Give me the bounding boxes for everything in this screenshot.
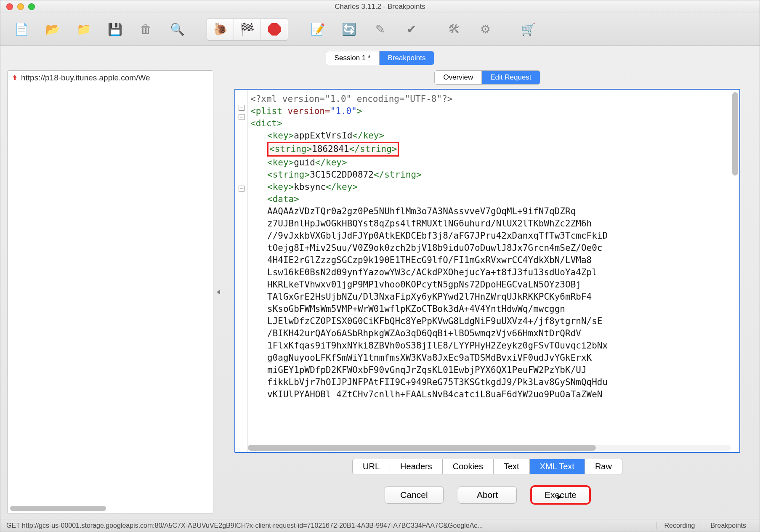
data-line: z7UJBnlHpJwOGkHBQYst8qZps4lfRMUXtlNG6uhu… bbox=[267, 218, 592, 229]
value-guid: 3C15C2DD0872 bbox=[310, 170, 374, 180]
tab-url[interactable]: URL bbox=[353, 459, 390, 474]
tab-headers[interactable]: Headers bbox=[390, 459, 442, 474]
request-view-tabs: Overview Edit Request bbox=[222, 70, 753, 85]
new-session-button[interactable]: 📄 bbox=[8, 18, 35, 41]
data-line: //9vJxkbVXGbljJdFJYp0AtkEKDCEbf3j8/aFG7J… bbox=[267, 231, 608, 241]
code-fold-gutter: − − − bbox=[235, 90, 248, 452]
breakpoint-actions: Cancel Abort Execute ➤ bbox=[222, 478, 753, 514]
data-line: sKsoGbFWMsWm5VMP+WrW01wflpKZoCTBok3dA+4V… bbox=[267, 304, 565, 314]
content-area: Overview Edit Request − − − <?xml versio… bbox=[222, 70, 753, 514]
main-toolbar: 📄 📂 📁 💾 🗑 🔍 🐌 🏁 📝 🔄 ✎ ✔ 🛠 ⚙ 🛒 bbox=[0, 13, 760, 46]
xml-editor[interactable]: − − − <?xml version="1.0" encoding="UTF-… bbox=[234, 89, 740, 453]
tab-overview[interactable]: Overview bbox=[435, 71, 481, 84]
settings-button[interactable]: ⚙ bbox=[472, 18, 499, 41]
data-line: 4H4IE2rGlZzzgSGCzp9k190E1THEcG9lfO/FI1mG… bbox=[267, 255, 592, 265]
editor-horizontal-scrollbar[interactable] bbox=[248, 445, 731, 451]
window-title: Charles 3.11.2 - Breakpoints bbox=[0, 3, 760, 11]
upload-icon bbox=[11, 74, 19, 82]
cursor-icon: ➤ bbox=[556, 492, 562, 502]
tab-xml-text[interactable]: XML Text bbox=[529, 459, 585, 474]
execute-button[interactable]: Execute ➤ bbox=[531, 486, 590, 504]
editor-vertical-scrollbar[interactable] bbox=[732, 92, 738, 440]
sidebar-scrollbar[interactable] bbox=[10, 506, 210, 511]
key-kbsync: kbsync bbox=[294, 182, 326, 192]
tab-cookies[interactable]: Cookies bbox=[442, 459, 493, 474]
request-list-item[interactable]: https://p18-buy.itunes.apple.com/We bbox=[8, 71, 213, 85]
data-line: LJElwDfzCZOPISX0G0CiKFbQHc8YePpKVwG8LdgN… bbox=[267, 316, 603, 326]
refresh-button[interactable]: 🔄 bbox=[335, 18, 362, 41]
session-tab-bar: Session 1 * Breakpoints bbox=[0, 46, 760, 69]
save-button[interactable]: 💾 bbox=[101, 18, 128, 41]
tab-edit-request[interactable]: Edit Request bbox=[481, 71, 539, 84]
status-recording: Recording bbox=[656, 522, 703, 529]
status-breakpoints: Breakpoints bbox=[703, 522, 754, 529]
body-view-tabs: URL Headers Cookies Text XML Text Raw bbox=[222, 453, 753, 478]
key-guid: guid bbox=[294, 157, 315, 168]
status-message: GET http://gcs-us-00001.storage.googleap… bbox=[6, 522, 656, 529]
status-bar: GET http://gcs-us-00001.storage.googleap… bbox=[0, 519, 760, 532]
flag-button[interactable]: 🏁 bbox=[234, 18, 261, 41]
throttle-button[interactable]: 🐌 bbox=[207, 18, 234, 41]
tab-session-1[interactable]: Session 1 * bbox=[326, 51, 379, 65]
fold-toggle[interactable]: − bbox=[239, 186, 244, 192]
data-line: fikkLbVjr7hOIJPJNFPAtFII9C+949ReG75T3KSG… bbox=[267, 377, 608, 387]
recording-group: 🐌 🏁 bbox=[207, 18, 288, 41]
trash-button[interactable]: 🗑 bbox=[133, 18, 159, 41]
fold-toggle[interactable]: − bbox=[239, 105, 244, 111]
data-line: Lsw16kE0BsN2d09ynfYazowYW3c/ACkdPXOhejuc… bbox=[267, 267, 597, 277]
data-line: tOejg8I+Miv2Suu/V0Z9ok0zch2bjV18b9iduO7o… bbox=[267, 243, 603, 253]
data-line: AAQAAzVDzTQr0a2gz0Pe5NUhflMm3o7A3NAssvve… bbox=[267, 206, 576, 216]
validate-button[interactable]: ✔ bbox=[398, 18, 425, 41]
window-titlebar: Charles 3.11.2 - Breakpoints bbox=[0, 0, 760, 13]
search-button[interactable]: 🔍 bbox=[164, 18, 191, 41]
tab-raw[interactable]: Raw bbox=[585, 459, 622, 474]
request-list-sidebar: https://p18-buy.itunes.apple.com/We bbox=[7, 70, 213, 514]
abort-button[interactable]: Abort bbox=[458, 486, 517, 504]
data-line: miGEY1pWDfpD2KFWOxbF90vGnqJrZqsKL01EwbjP… bbox=[267, 365, 587, 375]
cart-button[interactable]: 🛒 bbox=[515, 18, 542, 41]
close-folder-button[interactable]: 📁 bbox=[70, 18, 97, 41]
request-url: https://p18-buy.itunes.apple.com/We bbox=[21, 73, 150, 82]
data-line: /BIKH42urQAYo6ASbRhpkgWZAo3qD6QqBi+lBO5w… bbox=[267, 328, 581, 338]
tools-button[interactable]: 🛠 bbox=[441, 18, 468, 41]
stop-button[interactable] bbox=[261, 18, 288, 41]
data-line: TAlGxGrE2HsUjbNZu/Dl3NxaFipXy6yKPYwd2l7H… bbox=[267, 292, 592, 302]
xml-code-view[interactable]: <?xml version="1.0" encoding="UTF-8"?> <… bbox=[248, 90, 739, 452]
highlighted-string-value: <string>1862841</string> bbox=[267, 142, 399, 157]
data-line: g0agNuyooLFKfSmWiY1tnmfmsXW3KVa8JxEc9aTD… bbox=[267, 353, 592, 363]
compose-button[interactable]: 📝 bbox=[304, 18, 331, 41]
cancel-button[interactable]: Cancel bbox=[385, 486, 444, 504]
tab-text[interactable]: Text bbox=[493, 459, 529, 474]
data-line: 1FlxKfqas9iT9hxNYki8ZBVh0oS38jIlE8/LYYPH… bbox=[267, 340, 608, 351]
edit-button[interactable]: ✎ bbox=[367, 18, 393, 41]
key-appextvrsid: appExtVrsId bbox=[294, 130, 352, 141]
data-line: vKIUlPYAHOBl 4ZtCHv7cnllh+FAALsNvB4catci… bbox=[267, 389, 603, 399]
open-button[interactable]: 📂 bbox=[39, 18, 66, 41]
data-line: HKRLkeTVhwxv01jgP9MP1vhoo0KOPcytN5gpNs72… bbox=[267, 279, 581, 290]
xml-declaration: <?xml version="1.0" encoding="UTF-8"?> bbox=[250, 94, 452, 104]
tab-breakpoints[interactable]: Breakpoints bbox=[379, 51, 434, 65]
fold-toggle[interactable]: − bbox=[239, 114, 244, 120]
collapse-sidebar-handle[interactable] bbox=[217, 290, 220, 295]
stop-icon bbox=[268, 23, 281, 36]
